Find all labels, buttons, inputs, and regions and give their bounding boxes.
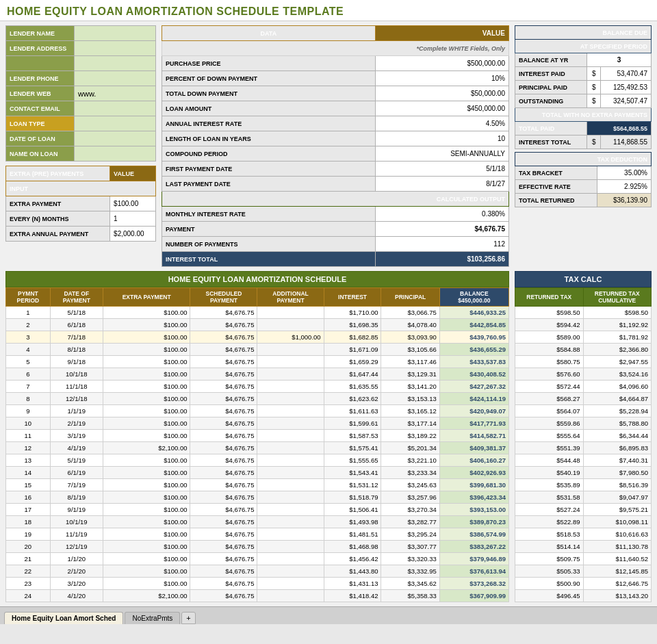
loan-type-value[interactable] bbox=[75, 116, 156, 131]
extra-sub-header: INPUT bbox=[6, 181, 156, 196]
total-interest-value: 114,868.55 bbox=[601, 136, 652, 149]
value-col-header: VALUE bbox=[375, 26, 508, 41]
name-on-loan-value[interactable] bbox=[75, 146, 156, 162]
total-paid-row: TOTAL PAID $564,868.55 bbox=[515, 122, 652, 136]
table-row: $555.64$6,344.44 bbox=[515, 430, 652, 442]
calc-output-label: CALCULATED OUTPUT bbox=[162, 192, 509, 207]
extra-payment-value[interactable]: $100.00 bbox=[110, 196, 156, 211]
col-principal: PRINCIPAL bbox=[381, 288, 439, 307]
tab-no-extra-pmts[interactable]: NoExtraPmts bbox=[125, 612, 180, 624]
table-row: 168/1/19$100.00$4,676.75$1,518.79$3,257.… bbox=[6, 491, 509, 504]
name-on-loan-row: NAME ON LOAN bbox=[6, 146, 156, 162]
compound-period-value[interactable]: SEMI-ANNUALLY bbox=[375, 146, 508, 162]
interest-paid-label: INTEREST PAID bbox=[515, 67, 587, 81]
lender-web-label: LENDER WEB bbox=[6, 86, 75, 101]
table-row: $584.88$2,366.80 bbox=[515, 344, 652, 356]
balance-at-yr-value[interactable]: 3 bbox=[587, 53, 652, 67]
total-interest-row: INTEREST TOTAL $ 114,868.55 bbox=[515, 136, 652, 149]
table-row: $496.45$13,143.20 bbox=[515, 590, 652, 602]
lender-name-value[interactable] bbox=[75, 26, 156, 41]
tax-bracket-value[interactable]: 35.00% bbox=[597, 166, 651, 180]
interest-paid-value: 53,470.47 bbox=[601, 67, 652, 81]
table-row: 610/1/18$100.00$4,676.75$1,647.44$3,129.… bbox=[6, 368, 509, 381]
table-row: $580.75$2,947.55 bbox=[515, 356, 652, 368]
loan-amount-value: $450,000.00 bbox=[375, 101, 508, 116]
total-returned-label: TOTAL RETURNED bbox=[515, 194, 597, 207]
extra-annual-row: EXTRA ANNUAL PAYMENT $2,000.00 bbox=[6, 227, 156, 242]
col-returned-tax-cum: RETURNED TAXCUMULATIVE bbox=[583, 288, 652, 307]
lender-address-value2[interactable] bbox=[75, 56, 156, 71]
annual-rate-value[interactable]: 4.50% bbox=[375, 116, 508, 131]
principal-paid-label: PRINCIPAL PAID bbox=[515, 81, 587, 94]
table-row: $568.27$4,664.87 bbox=[515, 393, 652, 405]
table-row: $535.89$8,516.39 bbox=[515, 479, 652, 491]
loan-amount-label: LOAN AMOUNT bbox=[162, 101, 376, 116]
table-row: $559.86$5,788.80 bbox=[515, 417, 652, 430]
contact-email-value[interactable] bbox=[75, 101, 156, 116]
name-on-loan-label: NAME ON LOAN bbox=[6, 146, 75, 162]
lender-address-label2 bbox=[6, 56, 75, 71]
lender-web-row: LENDER WEB www. bbox=[6, 86, 156, 101]
outstanding-value: 324,507.47 bbox=[601, 94, 652, 108]
table-row: $518.53$10,616.63 bbox=[515, 528, 652, 541]
tax-bracket-label: TAX BRACKET bbox=[515, 166, 597, 180]
table-row: 1810/1/19$100.00$4,676.75$1,493.98$3,282… bbox=[6, 516, 509, 528]
date-of-loan-row: DATE OF LOAN bbox=[6, 131, 156, 146]
col-date-payment: DATE OFPAYMENT bbox=[50, 288, 103, 307]
principal-paid-value: 125,492.53 bbox=[601, 81, 652, 94]
compound-period-row: COMPOUND PERIOD SEMI-ANNUALLY bbox=[162, 146, 509, 162]
tab-home-equity[interactable]: Home Equity Loan Amort Sched bbox=[4, 612, 123, 624]
loan-type-label: LOAN TYPE bbox=[6, 116, 75, 131]
interest-total-row: INTEREST TOTAL $103,256.86 bbox=[162, 252, 509, 267]
tax-bracket-row: TAX BRACKET 35.00% bbox=[515, 166, 652, 180]
table-row: $551.39$6,895.83 bbox=[515, 442, 652, 454]
table-row: 233/1/20$100.00$4,676.75$1,431.13$3,345.… bbox=[6, 578, 509, 590]
table-row: $572.44$4,096.60 bbox=[515, 381, 652, 393]
extra-payment-row: EXTRA PAYMENT $100.00 bbox=[6, 196, 156, 211]
lender-phone-row: LENDER PHONE bbox=[6, 71, 156, 86]
first-payment-value[interactable]: 5/1/18 bbox=[375, 162, 508, 177]
calc-output-header: CALCULATED OUTPUT bbox=[162, 192, 509, 207]
table-row: 222/1/20$100.00$4,676.75$1,443.80$3,332.… bbox=[6, 565, 509, 578]
lender-web-value[interactable]: www. bbox=[75, 86, 156, 101]
table-row: 211/1/20$100.00$4,676.75$1,456.42$3,320.… bbox=[6, 553, 509, 565]
table-row: 26/1/18$100.00$4,676.75$1,698.35$4,078.4… bbox=[6, 319, 509, 331]
schedule-title-left: HOME EQUITY LOAN AMORTIZATION SCHEDULE bbox=[5, 271, 509, 287]
num-payments-label: NUMBER OF PAYMENTS bbox=[162, 237, 376, 252]
purchase-price-value[interactable]: $500,000.00 bbox=[375, 56, 508, 71]
data-note-row: *Complete WHITE Fields, Only bbox=[162, 41, 509, 56]
total-interest-symbol: $ bbox=[587, 136, 601, 149]
lender-address-value[interactable] bbox=[75, 41, 156, 56]
tab-add-button[interactable]: + bbox=[181, 612, 195, 624]
last-payment-value: 8/1/27 bbox=[375, 177, 508, 192]
schedule-wrapper: PYMNTPERIOD DATE OFPAYMENT EXTRA PAYMENT… bbox=[5, 287, 652, 602]
purchase-price-row: PURCHASE PRICE $500,000.00 bbox=[162, 56, 509, 71]
lender-name-label: LENDER NAME bbox=[6, 26, 75, 41]
balance-sub-header: AT SPECIFIED PERIOD bbox=[515, 40, 652, 53]
extra-payments-table: EXTRA (PRE) PAYMENTS VALUE INPUT EXTRA P… bbox=[5, 166, 156, 242]
right-column: BALANCE DUE AT SPECIFIED PERIOD BALANCE … bbox=[515, 25, 652, 267]
app-container: HOME EQUITY LOAN AMORTIZATION SCHEDULE T… bbox=[0, 0, 657, 624]
balance-at-yr-label: BALANCE AT YR bbox=[515, 53, 587, 67]
down-pct-value[interactable]: 10% bbox=[375, 71, 508, 86]
total-down-label: TOTAL DOWN PAYMENT bbox=[162, 86, 376, 101]
total-paid-label: TOTAL PAID bbox=[515, 122, 587, 136]
payment-row: PAYMENT $4,676.75 bbox=[162, 222, 509, 237]
loan-years-value[interactable]: 10 bbox=[375, 131, 508, 146]
tax-calc-col-headers: RETURNED TAX RETURNED TAXCUMULATIVE bbox=[515, 288, 652, 307]
extra-annual-value[interactable]: $2,000.00 bbox=[110, 227, 156, 242]
total-interest-label: INTEREST TOTAL bbox=[515, 136, 587, 149]
table-row: 711/1/18$100.00$4,676.75$1,635.55$3,141.… bbox=[6, 381, 509, 393]
every-n-months-value[interactable]: 1 bbox=[110, 211, 156, 227]
monthly-rate-row: MONTHLY INTEREST RATE 0.380% bbox=[162, 207, 509, 222]
tax-calc-table: RETURNED TAX RETURNED TAXCUMULATIVE $598… bbox=[515, 287, 652, 602]
balance-header-label: BALANCE DUE bbox=[515, 26, 652, 40]
table-row: $589.00$1,781.92 bbox=[515, 331, 652, 344]
lender-phone-value[interactable] bbox=[75, 71, 156, 86]
balance-header-row: BALANCE DUE bbox=[515, 26, 652, 40]
data-note: *Complete WHITE Fields, Only bbox=[162, 41, 509, 56]
title-bar: HOME EQUITY LOAN AMORTIZATION SCHEDULE T… bbox=[0, 0, 657, 21]
date-of-loan-value[interactable] bbox=[75, 131, 156, 146]
schedule-table: PYMNTPERIOD DATE OFPAYMENT EXTRA PAYMENT… bbox=[5, 287, 509, 602]
extra-header-label: EXTRA (PRE) PAYMENTS bbox=[6, 166, 110, 181]
